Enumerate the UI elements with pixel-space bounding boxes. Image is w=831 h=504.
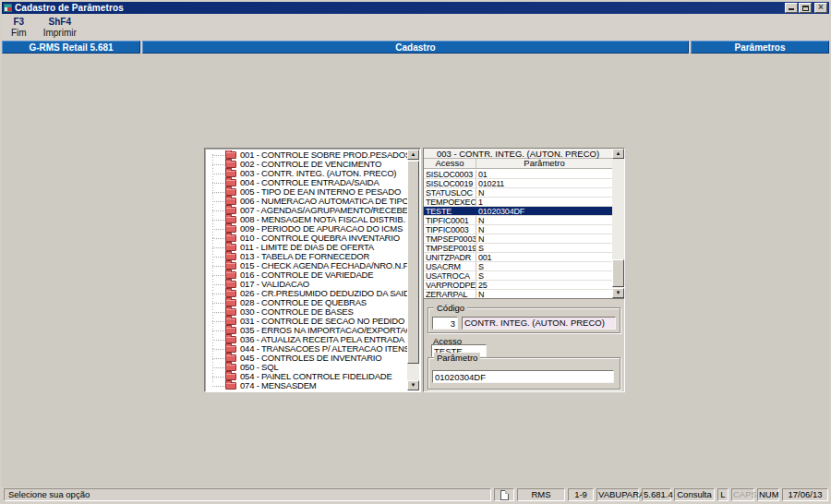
tree-item[interactable]: 074 - MENSASDEM [207, 381, 407, 390]
scroll-up-icon[interactable]: ▲ [612, 149, 624, 159]
status-panel: Consulta [674, 488, 715, 501]
folder-icon [225, 170, 236, 177]
folder-icon [225, 216, 236, 223]
grid-header: Acesso Parâmetro [424, 159, 612, 169]
status-panel: 1-9 [568, 488, 594, 501]
grid-row[interactable]: TEMPOEXEC1 [424, 198, 612, 207]
grid-cell-parametro: 010211 [476, 179, 612, 187]
parametro-input[interactable] [432, 370, 614, 383]
client-area: 001 - CONTROLE SOBRE PROD.PESADOS002 - C… [2, 54, 829, 487]
status-panel: RMS [517, 488, 565, 501]
grid-row[interactable]: VARPRODPES25 [424, 281, 612, 290]
folder-icon [225, 179, 236, 186]
grid-row[interactable]: SISLOC000301 [424, 170, 612, 179]
grid-cell-acesso: TIPFIC0001 [424, 216, 476, 224]
grid-cell-acesso: USATROCA [424, 271, 476, 280]
parametro-groupbox: Parâmetro [428, 357, 620, 390]
toolbar-button-imprimir[interactable]: ShF4Imprimir [38, 16, 82, 39]
grid-cell-acesso: SISLOC0019 [424, 179, 476, 187]
grid-scrollbar-thumb[interactable] [612, 259, 624, 287]
grid-cell-parametro: S [476, 244, 612, 252]
grid-cell-parametro: 25 [476, 281, 612, 289]
grid-cell-parametro: S [476, 262, 612, 270]
grid-row[interactable]: TMPSEP0003N [424, 234, 612, 244]
toolbar-button-key: ShF4 [49, 17, 71, 28]
grid-cell-parametro: N [476, 234, 612, 243]
grid-scrollbar[interactable]: ▲ ▼ [612, 149, 624, 298]
close-button[interactable]: × [814, 3, 827, 13]
status-panel: 17/06/13 [782, 488, 828, 501]
folder-icon [225, 188, 236, 196]
folder-icon [225, 262, 236, 270]
grid-row[interactable]: ZERARPALN [424, 290, 612, 298]
banner-product: G-RMS Retail 5.681 [2, 41, 140, 54]
grid-row[interactable]: USACRMS [424, 262, 612, 271]
grid-cell-acesso: USACRM [424, 262, 476, 270]
folder-icon [225, 161, 236, 168]
banner-screen: Parâmetros [691, 41, 829, 54]
grid-row[interactable]: SISLOC0019010211 [424, 179, 612, 188]
folder-icon [225, 198, 236, 205]
app-window: Cadastro de Parâmetros × F3FimShF4Imprim… [0, 0, 831, 504]
codigo-groupbox: Código CONTR. INTEG. (AUTON. PRECO) [428, 307, 620, 333]
window-controls: × [785, 3, 827, 13]
column-header-acesso: Acesso [424, 159, 476, 168]
folder-icon [225, 373, 236, 380]
tree-list: 001 - CONTROLE SOBRE PROD.PESADOS002 - C… [207, 150, 407, 390]
grid-cell-parametro: S [476, 271, 612, 280]
parametro-label: Parâmetro [434, 353, 480, 363]
tree-scrollbar-thumb[interactable] [407, 161, 419, 364]
folder-icon [225, 290, 236, 297]
restore-icon [802, 6, 809, 11]
grid-cell-parametro: N [476, 216, 612, 224]
grid-row[interactable]: USATROCAS [424, 271, 612, 281]
codigo-input[interactable] [432, 317, 458, 330]
codigo-description-field: CONTR. INTEG. (AUTON. PRECO) [462, 317, 616, 330]
minimize-button[interactable] [785, 3, 798, 13]
grid-body: SISLOC000301SISLOC0019010211STATUSLOCNTE… [424, 170, 612, 298]
status-panel: 5.681.4 [642, 488, 671, 501]
restore-button[interactable] [799, 3, 812, 13]
toolbar-button-fim[interactable]: F3Fim [6, 16, 32, 39]
folder-icon [225, 308, 236, 316]
grid-row[interactable]: TIPFIC0003N [424, 225, 612, 234]
codigo-label: Código [434, 303, 467, 313]
status-panel: VABUPARA [596, 488, 639, 501]
grid-row[interactable]: TMPSEP0019S [424, 244, 612, 253]
status-message: Selecione sua opção [4, 488, 491, 501]
scroll-down-icon[interactable]: ▼ [612, 288, 624, 298]
toolbar-button-label: Imprimir [43, 28, 77, 38]
grid-cell-parametro: 1 [476, 198, 612, 206]
grid-cell-acesso: ZERARPAL [424, 290, 476, 298]
folder-icon [225, 207, 236, 214]
grid-cell-parametro: N [476, 290, 612, 298]
scroll-up-icon[interactable]: ▲ [407, 150, 419, 160]
grid-row[interactable]: TIPFIC0001N [424, 216, 612, 225]
folder-icon [225, 281, 236, 288]
minimize-icon [789, 8, 794, 10]
detail-panel: 003 - CONTR. INTEG. (AUTON. PRECO) Acess… [423, 148, 625, 392]
tree-panel: 001 - CONTROLE SOBRE PROD.PESADOS002 - C… [204, 148, 421, 392]
grid-cell-parametro: N [476, 225, 612, 234]
grid-cell-parametro: N [476, 188, 612, 197]
grid-cell-acesso: VARPRODPES [424, 281, 476, 289]
grid-cell-parametro: 01020304DF [476, 207, 612, 215]
grid-row[interactable]: UNITZPADR001 [424, 253, 612, 262]
folder-icon [225, 327, 236, 334]
app-icon [4, 4, 12, 12]
grid-cell-parametro: 001 [476, 253, 612, 261]
grid-cell-acesso: UNITZPADR [424, 253, 476, 261]
grid-cell-acesso: TMPSEP0019 [424, 244, 476, 252]
tree-item-label: 074 - MENSASDEM [227, 381, 317, 390]
folder-icon [225, 318, 236, 325]
scroll-down-icon[interactable]: ▼ [407, 380, 419, 390]
banner-module: Cadastro [142, 41, 689, 54]
tree-scrollbar[interactable]: ▲ ▼ [407, 150, 419, 390]
tree-item[interactable]: 045 - CONTROLES DE INVENTARIO [207, 354, 407, 363]
status-bar: Selecione sua opção RMS1-9VABUPARA5.681.… [2, 487, 829, 502]
folder-icon [225, 382, 236, 390]
grid-row[interactable]: STATUSLOCN [424, 188, 612, 198]
grid-cell-acesso: TMPSEP0003 [424, 234, 476, 243]
folder-icon [225, 299, 236, 306]
grid-row[interactable]: TESTE01020304DF [424, 207, 612, 216]
